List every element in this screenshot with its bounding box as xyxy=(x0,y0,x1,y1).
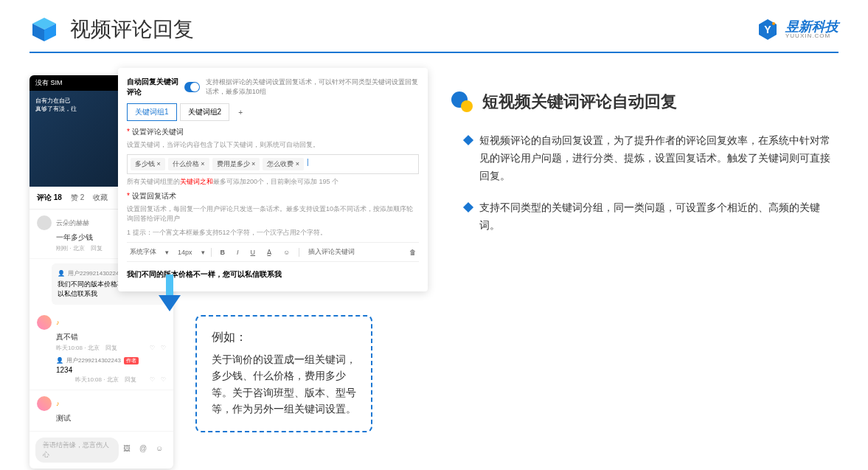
logo-hex-icon: Y xyxy=(756,18,780,41)
keyword-field-label: * 设置评论关键词 xyxy=(127,127,419,137)
diamond-icon xyxy=(463,202,473,212)
comment-text: 测试 xyxy=(56,413,166,424)
tab-comments[interactable]: 评论 18 xyxy=(37,193,62,203)
brand-logo: Y 昱新科技 YUUXIN.COM xyxy=(756,18,839,41)
svg-point-5 xyxy=(772,22,775,25)
brand-sub: YUUXIN.COM xyxy=(785,33,839,39)
comment-text: 真不错 xyxy=(56,332,166,342)
comment-item: ♪ 真不错 昨天10:08 · 北京 回复 ♡♡ 👤 用户22992143022… xyxy=(29,309,173,390)
dislike-icon[interactable]: ♡ xyxy=(161,376,166,383)
header-divider xyxy=(29,52,839,53)
tab-likes[interactable]: 赞 2 xyxy=(71,193,84,203)
comment-item: ♪ 测试 xyxy=(29,390,173,432)
status-left: 没有 SIM xyxy=(35,78,63,88)
cube-icon xyxy=(29,15,59,44)
comment-input-bar: 善语结善缘，恶言伤人心 🖼 @ ☺ xyxy=(29,432,173,469)
bullet-item: 短视频评论的自动回复设置，为了提升作者的评论回复效率，在系统中针对常见的评论用户… xyxy=(450,132,839,184)
italic-button[interactable]: I xyxy=(234,247,242,258)
avatar xyxy=(37,396,52,411)
editor-toolbar: 系统字体▾ 14px▾ B I U A̲ ☺ 插入评论关键词 🗑 xyxy=(127,242,419,262)
image-icon[interactable]: 🖼 xyxy=(123,444,135,456)
arrow-down-icon xyxy=(159,274,181,311)
chat-bubble-icon xyxy=(450,90,473,114)
comment-input[interactable]: 善语结善缘，恶言伤人心 xyxy=(35,438,119,463)
bullet-item: 支持不同类型的关键词分组，同一类问题，可设置多个相近的、高频的关键词。 xyxy=(450,199,839,235)
auto-reply-hint: 支持根据评论的关键词设置回复话术，可以针对不同类型关键词设置回复话术，最多添加1… xyxy=(206,77,419,97)
svg-rect-6 xyxy=(166,274,173,297)
example-text: 关于询价的设置成一组关键词，多少钱、什么价格，费用多少等。关于咨询班型、版本、型… xyxy=(212,351,356,418)
emoji-button[interactable]: ☺ xyxy=(280,247,293,258)
settings-panel: 自动回复关键词评论 支持根据评论的关键词设置回复话术，可以针对不同类型关键词设置… xyxy=(118,68,428,291)
reply-field-label: * 设置回复话术 xyxy=(127,191,419,201)
tab-favorites[interactable]: 收藏 xyxy=(93,193,108,203)
bullet-text: 短视频评论的自动回复设置，为了提升作者的评论回复效率，在系统中针对常见的评论用户… xyxy=(479,132,839,184)
keyword-chips[interactable]: 多少钱 × 什么价格 × 费用是多少 × 怎么收费 × | xyxy=(127,154,419,174)
chip[interactable]: 费用是多少 × xyxy=(212,158,260,170)
keyword-field-hint: 设置关键词，当评论内容包含了以下关键词，则系统可自动回复。 xyxy=(127,140,419,150)
insert-keyword-button[interactable]: 插入评论关键词 xyxy=(305,246,358,258)
bullet-text: 支持不同类型的关键词分组，同一类问题，可设置多个相近的、高频的关键词。 xyxy=(479,199,839,235)
svg-text:Y: Y xyxy=(764,24,771,35)
size-select[interactable]: 14px xyxy=(175,247,195,258)
comment-user: 云朵的赫赫 xyxy=(56,218,89,228)
keyword-group-tab-1[interactable]: 关键词组1 xyxy=(127,103,177,121)
dislike-icon[interactable]: ♡ xyxy=(161,345,166,351)
color-button[interactable]: A̲ xyxy=(264,247,274,258)
reply-field-hint: 设置回复话术，每回复一个用户评论只发送一条话术。最多支持设置10条不同话术，按添… xyxy=(127,204,419,224)
svg-point-9 xyxy=(461,100,473,112)
auto-reply-label: 自动回复关键词评论 xyxy=(127,77,178,97)
example-title: 例如： xyxy=(212,330,356,345)
bold-button[interactable]: B xyxy=(218,247,229,258)
chip[interactable]: 多少钱 × xyxy=(131,158,165,170)
like-icon[interactable]: ♡ xyxy=(150,345,155,351)
keyword-group-tab-2[interactable]: 关键词组2 xyxy=(180,103,230,121)
page-title: 视频评论回复 xyxy=(70,15,194,44)
keyword-count-hint: 所有关键词组里的关键词之和最多可添加200个，目前剩余可添加 195 个 xyxy=(127,177,419,187)
emoji-icon[interactable]: ☺ xyxy=(156,444,167,456)
add-tab-button[interactable]: + xyxy=(232,106,249,120)
underline-button[interactable]: U xyxy=(248,247,259,258)
reply-field-tip: 1 提示：一个富文本框最多支持512个字符，一个汉字占用2个字符。 xyxy=(127,228,419,238)
avatar xyxy=(37,315,52,330)
delete-button[interactable]: 🗑 xyxy=(406,247,419,258)
brand-name: 昱新科技 xyxy=(785,20,839,33)
font-select[interactable]: 系统字体 xyxy=(127,246,159,258)
svg-marker-7 xyxy=(159,295,181,311)
chip[interactable]: 什么价格 × xyxy=(168,158,209,170)
avatar xyxy=(37,215,52,230)
section-title: 短视频关键词评论自动回复 xyxy=(482,91,677,113)
at-icon[interactable]: @ xyxy=(139,444,151,456)
chip[interactable]: 怎么收费 × xyxy=(263,158,304,170)
auto-reply-toggle[interactable] xyxy=(184,82,199,92)
like-icon[interactable]: ♡ xyxy=(150,376,155,383)
example-box: 例如： 关于询价的设置成一组关键词，多少钱、什么价格，费用多少等。关于咨询班型、… xyxy=(195,315,372,432)
diamond-icon xyxy=(463,135,473,145)
